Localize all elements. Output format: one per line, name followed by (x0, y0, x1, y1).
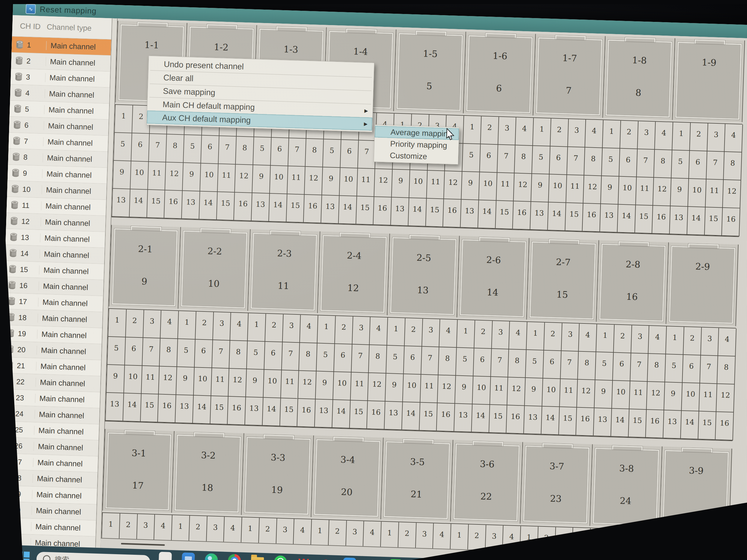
mapping-cell[interactable]: 11 (496, 173, 515, 201)
mapping-block[interactable]: 3-521 (384, 441, 450, 519)
mapping-cell[interactable]: 2 (544, 323, 562, 351)
mapping-cell[interactable]: 8 (515, 145, 533, 174)
mapping-cell[interactable]: 11 (636, 177, 654, 206)
mapping-block[interactable]: 2-9 (669, 246, 735, 324)
mapping-cell[interactable]: 10 (200, 163, 218, 192)
mapping-cell[interactable]: 12 (375, 169, 393, 197)
mapping-cell[interactable]: 3 (422, 319, 440, 347)
mapping-cell[interactable]: 2 (405, 318, 423, 347)
mapping-cell[interactable]: 5 (323, 139, 341, 168)
mapping-cell[interactable]: 12 (653, 178, 671, 206)
submenu-item-customize[interactable]: Customize (374, 149, 458, 163)
mapping-cell[interactable]: 13 (600, 204, 618, 233)
mapping-cell[interactable]: 7 (567, 147, 585, 176)
mapping-cell[interactable]: 6 (682, 355, 701, 383)
mapping-block[interactable]: 1-88 (606, 40, 672, 117)
file-explorer-icon[interactable] (251, 555, 264, 560)
mapping-cell[interactable]: 13 (391, 197, 409, 226)
mapping-cell[interactable]: 14 (408, 198, 427, 226)
mapping-cell[interactable]: 8 (299, 343, 317, 371)
mapping-cell[interactable]: 1 (660, 531, 678, 559)
mapping-cell[interactable]: 13 (321, 195, 340, 224)
mapping-cell[interactable]: 16 (716, 412, 734, 441)
mapping-cell[interactable]: 7 (288, 138, 306, 167)
mapping-block[interactable]: 2-210 (181, 231, 247, 309)
chrome-icon[interactable] (228, 554, 241, 560)
mapping-cell[interactable]: 9 (246, 369, 264, 398)
mapping-cell[interactable]: 2 (550, 118, 569, 147)
mapping-cell[interactable]: 14 (123, 394, 141, 422)
mapping-cell[interactable]: 1 (590, 528, 608, 557)
mapping-cell[interactable]: 2 (259, 518, 277, 546)
mapping-cell[interactable]: 13 (175, 395, 194, 424)
mapping-cell[interactable]: 11 (629, 381, 648, 410)
mapping-cell[interactable]: 11 (566, 175, 585, 204)
mapping-cell[interactable]: 2 (620, 121, 639, 149)
mapping-cell[interactable]: 13 (182, 191, 200, 220)
mapping-cell[interactable]: 8 (647, 354, 666, 382)
mapping-cell[interactable]: 12 (508, 377, 526, 406)
red-loop-app-icon[interactable]: ⟳ (319, 557, 334, 560)
mapping-cell[interactable]: 16 (228, 397, 246, 425)
mapping-block[interactable]: 3-824 (593, 448, 659, 526)
mapping-block[interactable]: 1-77 (536, 37, 602, 115)
mapping-cell[interactable]: 4 (293, 519, 312, 548)
mapping-cell[interactable]: 8 (160, 338, 178, 367)
mapping-cell[interactable]: 13 (454, 404, 472, 432)
mapping-cell[interactable]: 4 (370, 317, 388, 346)
mapping-cell[interactable]: 12 (444, 171, 463, 200)
mapping-cell[interactable]: 11 (427, 170, 445, 199)
mapping-cell[interactable]: 11 (211, 368, 229, 397)
mapping-cell[interactable]: 12 (716, 384, 735, 412)
mapping-block[interactable]: 3-319 (244, 437, 310, 515)
mapping-cell[interactable]: 6 (613, 353, 631, 381)
mapping-cell[interactable]: 5 (595, 352, 614, 381)
mapping-cell[interactable]: 12 (723, 180, 741, 209)
mapping-cell[interactable]: 13 (594, 408, 612, 437)
mapping-cell[interactable]: 15 (489, 405, 508, 433)
mapping-cell[interactable]: 7 (212, 340, 230, 369)
mapping-cell[interactable]: 16 (437, 403, 455, 432)
mapping-cell[interactable]: 1 (248, 313, 266, 342)
mapping-cell[interactable]: 4 (509, 321, 527, 350)
mapping-cell[interactable]: 7 (218, 136, 237, 164)
mapping-cell[interactable]: 14 (402, 402, 420, 431)
mapping-cell[interactable]: 9 (183, 163, 201, 192)
mapping-cell[interactable]: 7 (282, 342, 300, 371)
mapping-cell[interactable]: 15 (698, 411, 717, 440)
mapping-cell[interactable]: 15 (426, 198, 444, 227)
mapping-cell[interactable]: 3 (346, 521, 364, 549)
mapping-cell[interactable]: 9 (671, 178, 689, 207)
mapping-cell[interactable]: 16 (304, 195, 322, 223)
mapping-cell[interactable]: 5 (247, 341, 265, 370)
mapping-cell[interactable]: 1 (241, 517, 260, 546)
mapping-cell[interactable]: 14 (541, 407, 560, 435)
mapping-cell[interactable]: 13 (252, 193, 270, 222)
mapping-cell[interactable]: 10 (479, 172, 497, 201)
mapping-cell[interactable]: 15 (705, 207, 723, 236)
mapping-cell[interactable]: 10 (681, 383, 700, 411)
mapping-cell[interactable]: 13 (663, 410, 681, 439)
mapping-cell[interactable]: 4 (585, 119, 604, 148)
mapping-cell[interactable]: 14 (193, 396, 211, 424)
mapping-cell[interactable]: 9 (252, 165, 271, 194)
mapping-cell[interactable]: 12 (514, 173, 532, 202)
mapping-cell[interactable]: 1 (520, 526, 538, 555)
mapping-cell[interactable]: 13 (112, 189, 130, 217)
mapping-cell[interactable]: 15 (280, 398, 298, 427)
mapping-cell[interactable]: 1 (387, 318, 406, 346)
mapping-cell[interactable]: 11 (148, 162, 166, 190)
mapping-cell[interactable]: 4 (712, 532, 730, 560)
mapping-cell[interactable]: 16 (367, 401, 385, 430)
mapping-cell[interactable]: 12 (368, 373, 386, 402)
mapping-cell[interactable]: 16 (443, 199, 462, 228)
mapping-cell[interactable]: 4 (439, 319, 458, 348)
mapping-cell[interactable]: 3 (631, 325, 649, 354)
mapping-cell[interactable]: 11 (217, 164, 236, 192)
mapping-cell[interactable]: 1 (672, 122, 691, 151)
mapping-cell[interactable]: 12 (577, 379, 595, 408)
mapping-cell[interactable]: 9 (106, 365, 125, 394)
mapping-cell[interactable]: 10 (542, 379, 561, 407)
mapping-cell[interactable]: 13 (524, 406, 542, 434)
mapping-cell[interactable]: 11 (141, 366, 160, 395)
